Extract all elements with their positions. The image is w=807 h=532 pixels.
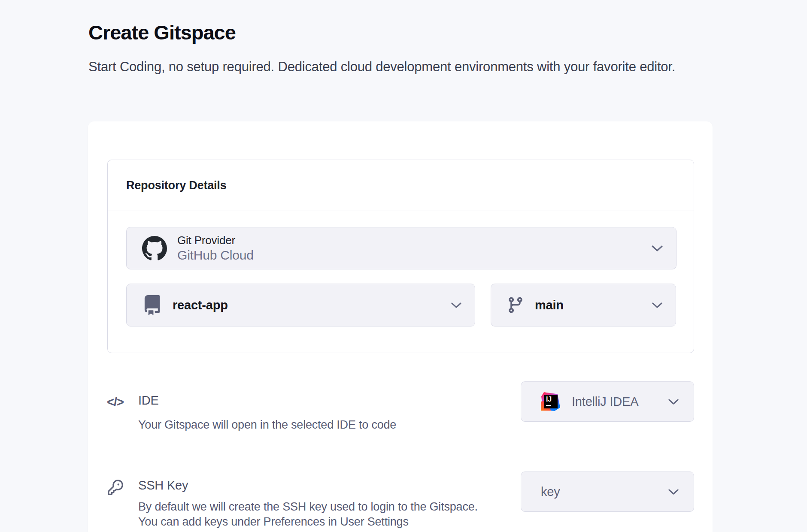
branch-select[interactable]: main <box>491 284 676 326</box>
repository-select[interactable]: react-app <box>126 284 475 326</box>
ide-description: Your Gitspace will open in the selected … <box>138 417 396 432</box>
ide-label: IDE <box>138 393 159 408</box>
git-provider-texts: Git Provider GitHub Cloud <box>177 234 254 263</box>
repository-details-card: Repository Details Git Provider GitHub C… <box>107 160 694 353</box>
repository-details-header: Repository Details <box>108 160 694 211</box>
key-icon <box>108 480 123 495</box>
chevron-down-icon <box>668 399 679 405</box>
chevron-down-icon <box>451 302 462 308</box>
ssh-key-value: key <box>541 485 560 499</box>
page-title: Create Gitspace <box>88 21 236 44</box>
code-icon: </> <box>107 395 124 409</box>
chevron-down-icon <box>651 245 663 252</box>
ssh-key-description-line2: You can add keys under Preferences in Us… <box>138 514 409 529</box>
git-provider-value: GitHub Cloud <box>177 248 254 263</box>
git-branch-icon <box>507 296 525 314</box>
intellij-idea-icon: IJ <box>541 392 561 411</box>
chevron-down-icon <box>652 302 663 308</box>
ide-select[interactable]: IJ IntelliJ IDEA <box>521 381 694 422</box>
git-provider-label: Git Provider <box>177 234 254 247</box>
create-gitspace-page: Create Gitspace Start Coding, no setup r… <box>0 0 807 532</box>
repository-details-title: Repository Details <box>126 179 226 192</box>
git-provider-select[interactable]: Git Provider GitHub Cloud <box>126 227 677 269</box>
github-icon <box>142 236 167 261</box>
ssh-key-select[interactable]: key <box>521 472 694 512</box>
branch-value: main <box>535 298 564 312</box>
repository-value: react-app <box>173 298 228 312</box>
chevron-down-icon <box>668 489 679 495</box>
page-subtitle: Start Coding, no setup required. Dedicat… <box>88 57 717 76</box>
ssh-key-label: SSH Key <box>138 478 188 493</box>
repo-icon <box>142 295 162 315</box>
ide-value: IntelliJ IDEA <box>572 395 638 409</box>
ssh-key-description-line1: By default we will create the SSH key us… <box>138 499 478 514</box>
